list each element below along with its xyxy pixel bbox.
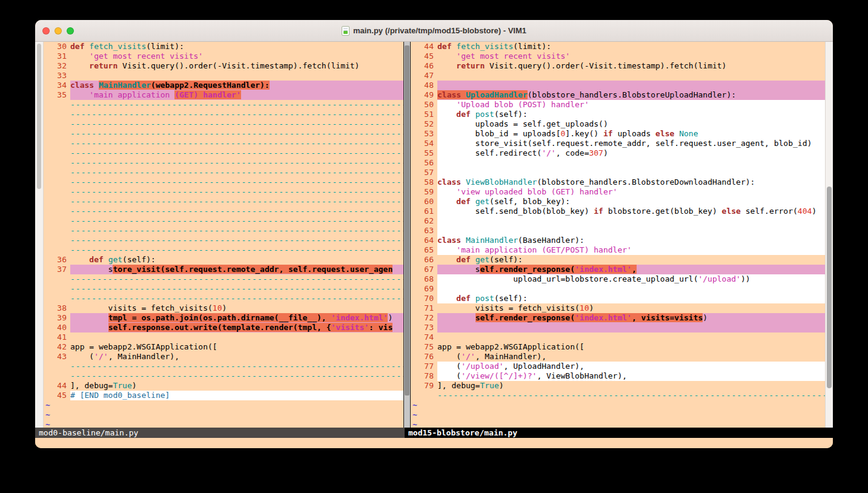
- line-number: 41: [44, 333, 70, 342]
- code-line[interactable]: 58class ViewBlobHandler(blobstore_handle…: [411, 177, 825, 187]
- code-line[interactable]: 35 'main application (GET) handler': [44, 90, 403, 100]
- code-line[interactable]: 66 def get(self):: [411, 255, 825, 265]
- code-line[interactable]: 33: [44, 71, 403, 81]
- code-line[interactable]: 71 visits = fetch_visits(10): [411, 303, 825, 313]
- right-pane[interactable]: 44def fetch_visits(limit):45 'get most r…: [411, 42, 825, 428]
- line-number: 48: [411, 81, 437, 90]
- code-line[interactable]: 41: [44, 333, 403, 342]
- code-line[interactable]: 45 'get most recent visits': [411, 51, 825, 61]
- code-token: post: [475, 110, 494, 119]
- code-token: 'index.html': [575, 313, 632, 322]
- line-number: 69: [411, 284, 437, 294]
- code-line[interactable]: 68 upload_url=blobstore.create_upload_ur…: [411, 274, 825, 284]
- line-number: 76: [411, 352, 437, 362]
- code-line[interactable]: 69: [411, 284, 825, 294]
- code-line[interactable]: 56: [411, 158, 825, 168]
- code-line[interactable]: 51 def post(self):: [411, 110, 825, 119]
- zoom-button[interactable]: [67, 27, 74, 35]
- line-number: 61: [411, 207, 437, 216]
- code-token: 'main application: [89, 90, 174, 99]
- window-split-scrollbar[interactable]: [403, 42, 411, 428]
- tilde-marker: ~: [44, 400, 50, 410]
- code-line[interactable]: 73: [411, 323, 825, 333]
- code-line[interactable]: 44], debug=True): [44, 381, 403, 391]
- code-line[interactable]: 60 def get(self, blob_key):: [411, 197, 825, 207]
- code-line[interactable]: 36 def get(self):: [44, 255, 403, 265]
- code-line[interactable]: 65 'main application (GET/POST) handler': [411, 245, 825, 255]
- command-line[interactable]: [35, 438, 833, 448]
- code-line[interactable]: 79], debug=True): [411, 381, 825, 391]
- code-line[interactable]: 70 def post(self):: [411, 294, 825, 303]
- code-line[interactable]: 47: [411, 71, 825, 81]
- code-line[interactable]: 55 self.redirect('/', code=307): [411, 148, 825, 158]
- diff-filler-line: ----------------------------------------…: [44, 197, 403, 207]
- code-line[interactable]: 46 return Visit.query().order(-Visit.tim…: [411, 61, 825, 71]
- code-token: 'index.html': [575, 265, 632, 274]
- code-line[interactable]: 40 self.response.out.write(template.rend…: [44, 323, 403, 333]
- code-line[interactable]: 50 'Upload blob (POST) handler': [411, 100, 825, 110]
- split-scrollbar-thumb[interactable]: [405, 45, 409, 395]
- code-token: (limit):: [146, 42, 184, 51]
- code-line[interactable]: 78 ('/view/([^/]+)?', ViewBlobHandler),: [411, 371, 825, 381]
- code-line[interactable]: 39 tmpl = os.path.join(os.path.dirname(_…: [44, 313, 403, 323]
- code-line[interactable]: 49class UploadHandler(blobstore_handlers…: [411, 90, 825, 100]
- code-line[interactable]: 67 self.render_response('index.html',: [411, 265, 825, 274]
- code-line[interactable]: 44def fetch_visits(limit):: [411, 42, 825, 51]
- code-line[interactable]: 61 self.send_blob(blob_key) if blobstore…: [411, 207, 825, 216]
- code-line[interactable]: 53 blob_id = uploads[0].key() if uploads…: [411, 129, 825, 139]
- code-line[interactable]: 32 return Visit.query().order(-Visit.tim…: [44, 61, 403, 71]
- code-line[interactable]: 48: [411, 81, 825, 90]
- code-line[interactable]: 37 store_visit(self.request.remote_addr,…: [44, 265, 403, 274]
- left-scrollbar-thumb[interactable]: [37, 44, 41, 189]
- code-line[interactable]: 45# [END mod0_baseline]: [44, 391, 403, 400]
- code-token: self.error(: [741, 207, 798, 216]
- code-line[interactable]: 64class MainHandler(BaseHandler):: [411, 236, 825, 245]
- diff-filler-line: ----------------------------------------…: [44, 158, 403, 168]
- code-token: [437, 110, 456, 119]
- code-text: self.render_response('index.html', visit…: [437, 313, 825, 323]
- code-token: )): [741, 274, 750, 283]
- code-line[interactable]: 62: [411, 216, 825, 226]
- code-line[interactable]: 43 ('/', MainHandler),: [44, 352, 403, 362]
- line-number: [44, 197, 70, 207]
- code-line[interactable]: 72 self.render_response('index.html', vi…: [411, 313, 825, 323]
- code-text: [437, 323, 825, 333]
- right-scrollbar[interactable]: [825, 42, 833, 428]
- code-line[interactable]: 52 uploads = self.get_uploads(): [411, 119, 825, 129]
- left-scrollbar[interactable]: [35, 42, 44, 428]
- code-line[interactable]: 77 ('/upload', UploadHandler),: [411, 362, 825, 371]
- status-bar-active: mod15-blobstore/main.py: [405, 428, 833, 438]
- right-scrollbar-thumb[interactable]: [827, 187, 832, 388]
- filler-dashes-container: ----------------------------------------…: [70, 110, 403, 119]
- code-line[interactable]: 74: [411, 333, 825, 342]
- line-number: [44, 284, 70, 294]
- code-line[interactable]: 54 store_visit(self.request.remote_addr,…: [411, 139, 825, 148]
- line-number: 60: [411, 197, 437, 207]
- code-line[interactable]: 63: [411, 226, 825, 236]
- code-token: 10: [213, 303, 222, 313]
- code-token: [437, 313, 475, 322]
- code-line[interactable]: 75app = webapp2.WSGIApplication([: [411, 342, 825, 352]
- code-token: tmpl = os.path.join(os.path.dirname(__fi…: [108, 313, 331, 322]
- left-pane[interactable]: 30def fetch_visits(limit):31 'get most r…: [44, 42, 403, 428]
- code-token: (: [437, 371, 461, 380]
- code-text: [437, 158, 825, 168]
- minimize-button[interactable]: [55, 27, 62, 35]
- code-line[interactable]: 30def fetch_visits(limit):: [44, 42, 403, 51]
- line-number: 40: [44, 323, 70, 333]
- code-text: 'Upload blob (POST) handler': [437, 100, 825, 110]
- filler-dashes: ----------------------------------------…: [70, 119, 403, 128]
- close-button[interactable]: [42, 27, 50, 35]
- code-line[interactable]: 59 'view uploaded blob (GET) handler': [411, 187, 825, 197]
- code-line[interactable]: 38 visits = fetch_visits(10): [44, 303, 403, 313]
- line-number: 50: [411, 100, 437, 110]
- code-text: [70, 71, 403, 81]
- line-number: [44, 119, 70, 129]
- code-line[interactable]: 31 'get most recent visits': [44, 51, 403, 61]
- code-token: class: [437, 177, 466, 187]
- code-line[interactable]: 42app = webapp2.WSGIApplication([: [44, 342, 403, 352]
- code-line[interactable]: 76 ('/', MainHandler),: [411, 352, 825, 362]
- code-line[interactable]: 57: [411, 168, 825, 177]
- code-line[interactable]: 34class MainHandler(webapp2.RequestHandl…: [44, 81, 403, 90]
- line-number: [44, 294, 70, 303]
